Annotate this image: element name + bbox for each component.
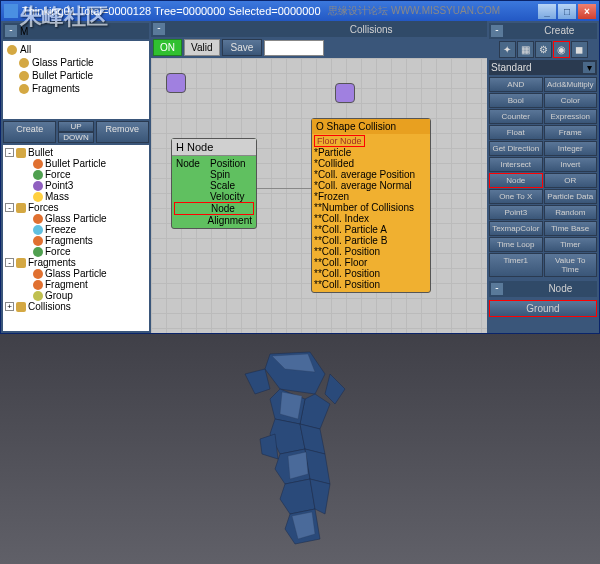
node-row[interactable]: Spin [174,169,254,180]
on-button[interactable]: ON [153,39,182,56]
node-type-button[interactable]: AND [489,77,543,92]
node-section[interactable]: - Node [489,281,597,297]
3d-viewport[interactable] [0,334,600,564]
tree-item[interactable]: Group [5,290,147,301]
node-type-button[interactable]: Point3 [489,205,543,220]
tree-item[interactable]: Force [5,246,147,257]
standard-dropdown[interactable]: Standard ▾ [489,60,597,75]
node-row[interactable]: **Coll. Position [314,268,428,279]
tree-item[interactable]: All [5,43,147,56]
node-row[interactable]: Scale [174,180,254,191]
node-row[interactable]: **Coll. Position [314,246,428,257]
tree-item[interactable]: +Collisions [5,301,147,312]
collapse-icon[interactable]: - [491,25,503,37]
tool-icon[interactable]: ⚙ [535,41,552,58]
tree-item[interactable]: Force [5,169,147,180]
tool-icon[interactable]: ▦ [517,41,534,58]
node-row[interactable]: *Frozen [314,191,428,202]
tree-item[interactable]: -Fragments [5,257,147,268]
node-row[interactable]: **Coll. Position [314,279,428,290]
tool-icon[interactable]: ◼ [571,41,588,58]
tree-item[interactable]: Bullet Particle [5,158,147,169]
node-type-button[interactable]: Bool [489,93,543,108]
tree-item[interactable]: Glass Particle [5,213,147,224]
collapse-icon[interactable]: - [5,25,17,37]
node-type-button[interactable]: Timer [544,237,598,252]
node-type-button[interactable]: Color [544,93,598,108]
node-canvas[interactable]: H Node NodePositionSpinScaleVelocityNode… [151,58,487,333]
o-node[interactable]: O Shape Collision Floor Node *Particle*C… [311,118,431,293]
node-type-button[interactable]: Invert [544,157,598,172]
tree-item[interactable]: -Forces [5,202,147,213]
tree-item[interactable]: Fragment [5,279,147,290]
node-row[interactable]: Velocity [174,191,254,202]
tool-icon[interactable]: ◉ [553,41,570,58]
save-button[interactable]: Save [222,39,263,56]
tree1: AllGlass ParticleBullet ParticleFragment… [3,41,149,119]
node-type-button[interactable]: Time Base [544,221,598,236]
expand-icon[interactable]: - [5,148,14,157]
node-type-button[interactable]: Integer [544,141,598,156]
svg-marker-7 [280,479,315,514]
tree-item[interactable]: Fragments [5,82,147,95]
node-row[interactable]: **Number of Collisions [314,202,428,213]
node-type-button[interactable]: Value To Time [544,253,598,277]
slider[interactable] [264,40,324,56]
node-type-button[interactable]: Particle Data [544,189,598,204]
down-button[interactable]: DOWN [58,132,93,143]
collapse-icon[interactable]: - [491,283,503,295]
tree-item[interactable]: Fragments [5,235,147,246]
node-type-button[interactable]: Expression [544,109,598,124]
node-type-button[interactable]: Counter [489,109,543,124]
remove-button[interactable]: Remove [96,121,149,143]
node-type-button[interactable]: One To X [489,189,543,204]
node-row[interactable]: **Coll. Index [314,213,428,224]
node-type-button[interactable]: Timer1 [489,253,543,277]
tree-item[interactable]: Freeze [5,224,147,235]
node-row[interactable]: *Coll. average Normal [314,180,428,191]
node-type-button[interactable]: Get Direction [489,141,543,156]
close-button[interactable]: × [578,4,596,19]
node-type-button[interactable]: Add&Multiply [544,77,598,92]
node-type-button[interactable]: OR [544,173,598,188]
h-node[interactable]: H Node NodePositionSpinScaleVelocityNode… [171,138,257,229]
node-purple[interactable] [166,73,186,93]
node-type-button[interactable]: TexmapColor [489,221,543,236]
tree-item[interactable]: Glass Particle [5,268,147,279]
ground-button[interactable]: Ground [489,300,597,317]
expand-icon[interactable]: - [5,258,14,267]
node-type-button[interactable]: Time Loop [489,237,543,252]
node-row[interactable]: *Collided [314,158,428,169]
node-purple2[interactable] [335,83,355,103]
node-row[interactable]: **Coll. Particle B [314,235,428,246]
tree-item[interactable]: -Bullet [5,147,147,158]
tree-item[interactable]: Point3 [5,180,147,191]
tool-icon[interactable]: ✦ [499,41,516,58]
tree-item[interactable]: Glass Particle [5,56,147,69]
node-row[interactable]: *Particle [314,147,428,158]
node-type-button[interactable]: Frame [544,125,598,140]
expand-icon[interactable]: - [5,203,14,212]
node-row[interactable]: *Coll. average Position [314,169,428,180]
node-type-button[interactable]: Intersect [489,157,543,172]
item-icon [19,58,29,68]
up-button[interactable]: UP [58,121,93,132]
node-type-button[interactable]: Float [489,125,543,140]
floor-node-label: Floor Node [314,135,365,147]
node-row[interactable]: Node [174,202,254,215]
node-row[interactable]: Alignment [174,215,254,226]
tree-item[interactable]: Mass [5,191,147,202]
create-button[interactable]: Create [3,121,56,143]
collapse-icon[interactable]: - [153,23,165,35]
tree-item[interactable]: Bullet Particle [5,69,147,82]
node-type-button[interactable]: Random [544,205,598,220]
expand-icon[interactable]: + [5,302,14,311]
item-icon [33,280,43,290]
maximize-button[interactable]: □ [558,4,576,19]
node-row[interactable]: **Coll. Floor [314,257,428,268]
node-row[interactable]: NodePosition [174,158,254,169]
minimize-button[interactable]: _ [538,4,556,19]
node-type-button[interactable]: Node [489,173,543,188]
node-row[interactable]: **Coll. Particle A [314,224,428,235]
valid-button[interactable]: Valid [184,39,220,56]
